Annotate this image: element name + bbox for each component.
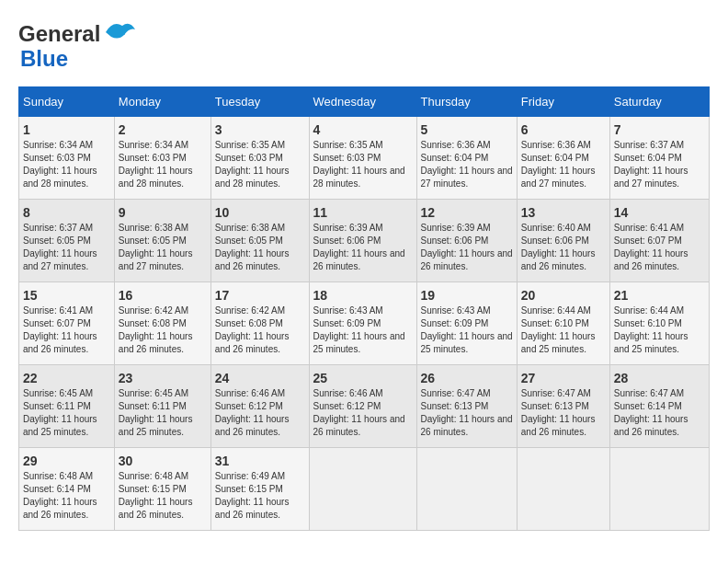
day-info: Sunrise: 6:38 AM Sunset: 6:05 PM Dayligh… (119, 222, 207, 273)
day-info: Sunrise: 6:36 AM Sunset: 6:04 PM Dayligh… (521, 139, 606, 190)
day-info: Sunrise: 6:48 AM Sunset: 6:15 PM Dayligh… (119, 470, 207, 522)
calendar-cell: 20 Sunrise: 6:44 AM Sunset: 6:10 PM Dayl… (517, 282, 609, 365)
day-number: 10 (215, 205, 305, 220)
calendar-cell (309, 448, 416, 531)
day-info: Sunrise: 6:37 AM Sunset: 6:05 PM Dayligh… (23, 222, 110, 273)
day-number: 20 (521, 288, 606, 303)
day-info: Sunrise: 6:43 AM Sunset: 6:09 PM Dayligh… (421, 304, 513, 356)
calendar-cell: 12 Sunrise: 6:39 AM Sunset: 6:06 PM Dayl… (416, 200, 517, 282)
day-number: 5 (421, 122, 513, 137)
col-header-saturday: Saturday (609, 87, 709, 117)
day-info: Sunrise: 6:43 AM Sunset: 6:09 PM Dayligh… (313, 304, 413, 356)
day-info: Sunrise: 6:35 AM Sunset: 6:03 PM Dayligh… (313, 139, 413, 190)
day-number: 19 (421, 288, 513, 303)
calendar-cell: 23 Sunrise: 6:45 AM Sunset: 6:11 PM Dayl… (114, 365, 210, 448)
calendar-cell (609, 448, 709, 531)
day-info: Sunrise: 6:47 AM Sunset: 6:13 PM Dayligh… (421, 387, 513, 439)
day-number: 1 (23, 122, 110, 137)
day-number: 30 (119, 454, 207, 468)
week-row-4: 22 Sunrise: 6:45 AM Sunset: 6:11 PM Dayl… (19, 365, 710, 448)
day-number: 12 (421, 205, 513, 220)
calendar-cell: 2 Sunrise: 6:34 AM Sunset: 6:03 PM Dayli… (114, 117, 210, 200)
calendar-cell: 18 Sunrise: 6:43 AM Sunset: 6:09 PM Dayl… (309, 282, 416, 365)
day-number: 31 (215, 454, 305, 468)
day-info: Sunrise: 6:36 AM Sunset: 6:04 PM Dayligh… (421, 139, 513, 190)
calendar-cell: 26 Sunrise: 6:47 AM Sunset: 6:13 PM Dayl… (416, 365, 517, 448)
day-info: Sunrise: 6:45 AM Sunset: 6:11 PM Dayligh… (23, 387, 110, 439)
calendar-cell: 27 Sunrise: 6:47 AM Sunset: 6:13 PM Dayl… (517, 365, 609, 448)
day-info: Sunrise: 6:40 AM Sunset: 6:06 PM Dayligh… (521, 222, 606, 273)
day-number: 29 (23, 454, 110, 468)
calendar-cell: 13 Sunrise: 6:40 AM Sunset: 6:06 PM Dayl… (517, 200, 609, 282)
calendar-cell: 25 Sunrise: 6:46 AM Sunset: 6:12 PM Dayl… (309, 365, 416, 448)
day-number: 28 (614, 371, 705, 385)
day-number: 25 (313, 371, 413, 385)
day-info: Sunrise: 6:39 AM Sunset: 6:06 PM Dayligh… (421, 222, 513, 273)
header-row: SundayMondayTuesdayWednesdayThursdayFrid… (19, 87, 710, 117)
calendar-cell: 22 Sunrise: 6:45 AM Sunset: 6:11 PM Dayl… (19, 365, 115, 448)
calendar-cell: 7 Sunrise: 6:37 AM Sunset: 6:04 PM Dayli… (609, 117, 709, 200)
day-info: Sunrise: 6:44 AM Sunset: 6:10 PM Dayligh… (521, 304, 606, 356)
calendar-cell: 6 Sunrise: 6:36 AM Sunset: 6:04 PM Dayli… (517, 117, 609, 200)
day-number: 15 (23, 288, 110, 303)
day-info: Sunrise: 6:38 AM Sunset: 6:05 PM Dayligh… (215, 222, 305, 273)
day-info: Sunrise: 6:34 AM Sunset: 6:03 PM Dayligh… (119, 139, 207, 190)
calendar-cell: 19 Sunrise: 6:43 AM Sunset: 6:09 PM Dayl… (416, 282, 517, 365)
col-header-thursday: Thursday (416, 87, 517, 117)
col-header-friday: Friday (517, 87, 609, 117)
calendar-cell: 1 Sunrise: 6:34 AM Sunset: 6:03 PM Dayli… (19, 117, 115, 200)
day-info: Sunrise: 6:42 AM Sunset: 6:08 PM Dayligh… (215, 304, 305, 356)
day-number: 8 (23, 205, 110, 220)
day-number: 17 (215, 288, 305, 303)
day-number: 7 (614, 122, 705, 137)
day-number: 27 (521, 371, 606, 385)
calendar-cell: 3 Sunrise: 6:35 AM Sunset: 6:03 PM Dayli… (210, 117, 309, 200)
day-info: Sunrise: 6:34 AM Sunset: 6:03 PM Dayligh… (23, 139, 110, 190)
calendar-cell (416, 448, 517, 531)
col-header-sunday: Sunday (19, 87, 115, 117)
day-number: 9 (119, 205, 207, 220)
day-number: 26 (421, 371, 513, 385)
week-row-2: 8 Sunrise: 6:37 AM Sunset: 6:05 PM Dayli… (19, 200, 710, 282)
day-info: Sunrise: 6:48 AM Sunset: 6:14 PM Dayligh… (23, 470, 110, 522)
calendar-cell: 16 Sunrise: 6:42 AM Sunset: 6:08 PM Dayl… (114, 282, 210, 365)
calendar-cell: 4 Sunrise: 6:35 AM Sunset: 6:03 PM Dayli… (309, 117, 416, 200)
col-header-wednesday: Wednesday (309, 87, 416, 117)
calendar-cell: 5 Sunrise: 6:36 AM Sunset: 6:04 PM Dayli… (416, 117, 517, 200)
day-info: Sunrise: 6:47 AM Sunset: 6:13 PM Dayligh… (521, 387, 606, 439)
calendar-cell: 8 Sunrise: 6:37 AM Sunset: 6:05 PM Dayli… (19, 200, 115, 282)
logo: General Blue (18, 18, 137, 72)
col-header-tuesday: Tuesday (210, 87, 309, 117)
day-info: Sunrise: 6:42 AM Sunset: 6:08 PM Dayligh… (119, 304, 207, 356)
calendar-cell: 29 Sunrise: 6:48 AM Sunset: 6:14 PM Dayl… (19, 448, 115, 531)
day-number: 14 (614, 205, 705, 220)
logo-bird-icon (104, 18, 137, 46)
logo-general: General (18, 21, 100, 46)
day-info: Sunrise: 6:39 AM Sunset: 6:06 PM Dayligh… (313, 222, 413, 273)
day-info: Sunrise: 6:49 AM Sunset: 6:15 PM Dayligh… (215, 470, 305, 522)
day-info: Sunrise: 6:35 AM Sunset: 6:03 PM Dayligh… (215, 139, 305, 190)
day-number: 11 (313, 205, 413, 220)
day-number: 6 (521, 122, 606, 137)
day-info: Sunrise: 6:41 AM Sunset: 6:07 PM Dayligh… (23, 304, 110, 356)
week-row-5: 29 Sunrise: 6:48 AM Sunset: 6:14 PM Dayl… (19, 448, 710, 531)
calendar-cell: 21 Sunrise: 6:44 AM Sunset: 6:10 PM Dayl… (609, 282, 709, 365)
calendar-cell (517, 448, 609, 531)
day-info: Sunrise: 6:46 AM Sunset: 6:12 PM Dayligh… (313, 387, 413, 439)
col-header-monday: Monday (114, 87, 210, 117)
calendar-cell: 11 Sunrise: 6:39 AM Sunset: 6:06 PM Dayl… (309, 200, 416, 282)
day-info: Sunrise: 6:37 AM Sunset: 6:04 PM Dayligh… (614, 139, 705, 190)
day-number: 16 (119, 288, 207, 303)
day-number: 13 (521, 205, 606, 220)
calendar-cell: 31 Sunrise: 6:49 AM Sunset: 6:15 PM Dayl… (210, 448, 309, 531)
day-number: 23 (119, 371, 207, 385)
day-number: 3 (215, 122, 305, 137)
calendar-cell: 10 Sunrise: 6:38 AM Sunset: 6:05 PM Dayl… (210, 200, 309, 282)
day-info: Sunrise: 6:47 AM Sunset: 6:14 PM Dayligh… (614, 387, 705, 439)
day-number: 4 (313, 122, 413, 137)
page-header: General Blue (18, 18, 710, 72)
day-info: Sunrise: 6:45 AM Sunset: 6:11 PM Dayligh… (119, 387, 207, 439)
day-info: Sunrise: 6:41 AM Sunset: 6:07 PM Dayligh… (614, 222, 705, 273)
day-number: 21 (614, 288, 705, 303)
calendar-cell: 30 Sunrise: 6:48 AM Sunset: 6:15 PM Dayl… (114, 448, 210, 531)
